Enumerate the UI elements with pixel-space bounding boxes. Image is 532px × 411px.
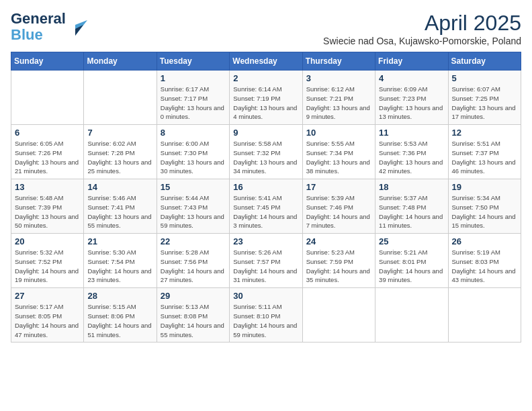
header-tuesday: Tuesday [157,52,229,71]
calendar-cell: 5Sunrise: 6:07 AM Sunset: 7:25 PM Daylig… [448,71,521,125]
logo-text: GeneralBlue [11,11,66,43]
header-friday: Friday [375,52,448,71]
calendar-cell: 21Sunrise: 5:30 AM Sunset: 7:54 PM Dayli… [84,234,157,288]
calendar-cell: 6Sunrise: 6:05 AM Sunset: 7:26 PM Daylig… [11,125,84,179]
day-info: Sunrise: 6:12 AM Sunset: 7:21 PM Dayligh… [306,85,371,122]
calendar-cell: 23Sunrise: 5:26 AM Sunset: 7:57 PM Dayli… [230,234,302,288]
calendar-cell: 1Sunrise: 6:17 AM Sunset: 7:17 PM Daylig… [157,71,229,125]
calendar-week-row: 13Sunrise: 5:48 AM Sunset: 7:39 PM Dayli… [11,179,521,234]
day-info: Sunrise: 5:21 AM Sunset: 8:01 PM Dayligh… [379,248,444,285]
day-info: Sunrise: 5:53 AM Sunset: 7:36 PM Dayligh… [379,139,444,176]
day-number: 13 [15,182,80,192]
day-number: 2 [233,73,298,83]
calendar-week-row: 20Sunrise: 5:32 AM Sunset: 7:52 PM Dayli… [11,234,521,288]
header-thursday: Thursday [302,52,375,71]
day-info: Sunrise: 5:46 AM Sunset: 7:41 PM Dayligh… [87,193,152,230]
calendar-cell: 3Sunrise: 6:12 AM Sunset: 7:21 PM Daylig… [302,71,375,125]
calendar-cell: 30Sunrise: 5:11 AM Sunset: 8:10 PM Dayli… [230,288,302,342]
calendar-cell [302,288,375,342]
calendar-cell [84,71,157,125]
day-number: 26 [452,236,517,246]
day-info: Sunrise: 5:58 AM Sunset: 7:32 PM Dayligh… [233,139,298,176]
day-info: Sunrise: 5:30 AM Sunset: 7:54 PM Dayligh… [87,248,152,285]
day-info: Sunrise: 5:32 AM Sunset: 7:52 PM Dayligh… [15,248,80,285]
header-saturday: Saturday [448,52,521,71]
day-number: 1 [161,73,226,83]
day-number: 9 [233,128,298,138]
day-info: Sunrise: 5:11 AM Sunset: 8:10 PM Dayligh… [233,302,298,339]
calendar-week-row: 6Sunrise: 6:05 AM Sunset: 7:26 PM Daylig… [11,125,521,179]
day-number: 6 [15,128,80,138]
day-info: Sunrise: 5:34 AM Sunset: 7:50 PM Dayligh… [452,193,517,230]
calendar-cell: 24Sunrise: 5:23 AM Sunset: 7:59 PM Dayli… [302,234,375,288]
day-number: 4 [379,73,444,83]
logo-icon [69,17,89,37]
day-info: Sunrise: 6:05 AM Sunset: 7:26 PM Dayligh… [15,139,80,176]
day-info: Sunrise: 5:48 AM Sunset: 7:39 PM Dayligh… [15,193,80,230]
calendar-cell: 26Sunrise: 5:19 AM Sunset: 8:03 PM Dayli… [448,234,521,288]
calendar-cell: 2Sunrise: 6:14 AM Sunset: 7:19 PM Daylig… [230,71,302,125]
day-number: 12 [452,128,517,138]
day-number: 25 [379,236,444,246]
calendar-cell [11,71,84,125]
day-number: 5 [452,73,517,83]
day-info: Sunrise: 5:44 AM Sunset: 7:43 PM Dayligh… [161,193,226,230]
day-info: Sunrise: 5:37 AM Sunset: 7:48 PM Dayligh… [379,193,444,230]
day-number: 7 [87,128,152,138]
day-number: 19 [452,182,517,192]
svg-marker-0 [75,20,87,36]
day-number: 14 [87,182,152,192]
calendar-cell: 20Sunrise: 5:32 AM Sunset: 7:52 PM Dayli… [11,234,84,288]
day-info: Sunrise: 6:07 AM Sunset: 7:25 PM Dayligh… [452,85,517,122]
calendar-table: SundayMondayTuesdayWednesdayThursdayFrid… [11,52,521,342]
calendar-cell: 8Sunrise: 6:00 AM Sunset: 7:30 PM Daylig… [157,125,229,179]
calendar-cell: 13Sunrise: 5:48 AM Sunset: 7:39 PM Dayli… [11,179,84,234]
day-info: Sunrise: 5:41 AM Sunset: 7:45 PM Dayligh… [233,193,298,230]
header-monday: Monday [84,52,157,71]
calendar-cell: 10Sunrise: 5:55 AM Sunset: 7:34 PM Dayli… [302,125,375,179]
calendar-cell: 11Sunrise: 5:53 AM Sunset: 7:36 PM Dayli… [375,125,448,179]
header-sunday: Sunday [11,52,84,71]
title-block: April 2025 Swiecie nad Osa, Kujawsko-Pom… [323,11,521,46]
calendar-cell: 12Sunrise: 5:51 AM Sunset: 7:37 PM Dayli… [448,125,521,179]
calendar-cell [448,288,521,342]
logo: GeneralBlue [11,11,89,43]
header-wednesday: Wednesday [230,52,302,71]
calendar-cell: 25Sunrise: 5:21 AM Sunset: 8:01 PM Dayli… [375,234,448,288]
day-info: Sunrise: 5:13 AM Sunset: 8:08 PM Dayligh… [161,302,226,339]
day-number: 17 [306,182,371,192]
day-number: 29 [161,291,226,301]
day-number: 8 [161,128,226,138]
day-info: Sunrise: 5:19 AM Sunset: 8:03 PM Dayligh… [452,248,517,285]
day-number: 28 [87,291,152,301]
calendar-cell: 22Sunrise: 5:28 AM Sunset: 7:56 PM Dayli… [157,234,229,288]
page-header: GeneralBlue April 2025 Swiecie nad Osa, … [11,11,521,46]
calendar-cell: 14Sunrise: 5:46 AM Sunset: 7:41 PM Dayli… [84,179,157,234]
day-info: Sunrise: 5:15 AM Sunset: 8:06 PM Dayligh… [87,302,152,339]
day-info: Sunrise: 6:00 AM Sunset: 7:30 PM Dayligh… [161,139,226,176]
calendar-cell: 15Sunrise: 5:44 AM Sunset: 7:43 PM Dayli… [157,179,229,234]
location: Swiecie nad Osa, Kujawsko-Pomorskie, Pol… [323,36,521,46]
calendar-cell: 29Sunrise: 5:13 AM Sunset: 8:08 PM Dayli… [157,288,229,342]
day-number: 11 [379,128,444,138]
day-number: 15 [161,182,226,192]
day-info: Sunrise: 5:23 AM Sunset: 7:59 PM Dayligh… [306,248,371,285]
day-info: Sunrise: 5:55 AM Sunset: 7:34 PM Dayligh… [306,139,371,176]
day-info: Sunrise: 6:09 AM Sunset: 7:23 PM Dayligh… [379,85,444,122]
day-info: Sunrise: 5:26 AM Sunset: 7:57 PM Dayligh… [233,248,298,285]
day-number: 27 [15,291,80,301]
calendar-cell: 19Sunrise: 5:34 AM Sunset: 7:50 PM Dayli… [448,179,521,234]
day-info: Sunrise: 6:02 AM Sunset: 7:28 PM Dayligh… [87,139,152,176]
calendar-cell: 18Sunrise: 5:37 AM Sunset: 7:48 PM Dayli… [375,179,448,234]
calendar-cell [375,288,448,342]
day-info: Sunrise: 5:28 AM Sunset: 7:56 PM Dayligh… [161,248,226,285]
calendar-cell: 7Sunrise: 6:02 AM Sunset: 7:28 PM Daylig… [84,125,157,179]
calendar-header-row: SundayMondayTuesdayWednesdayThursdayFrid… [11,52,521,71]
day-number: 30 [233,291,298,301]
day-number: 22 [161,236,226,246]
day-info: Sunrise: 5:17 AM Sunset: 8:05 PM Dayligh… [15,302,80,339]
day-info: Sunrise: 6:17 AM Sunset: 7:17 PM Dayligh… [161,85,226,122]
day-number: 10 [306,128,371,138]
calendar-cell: 28Sunrise: 5:15 AM Sunset: 8:06 PM Dayli… [84,288,157,342]
calendar-cell: 16Sunrise: 5:41 AM Sunset: 7:45 PM Dayli… [230,179,302,234]
